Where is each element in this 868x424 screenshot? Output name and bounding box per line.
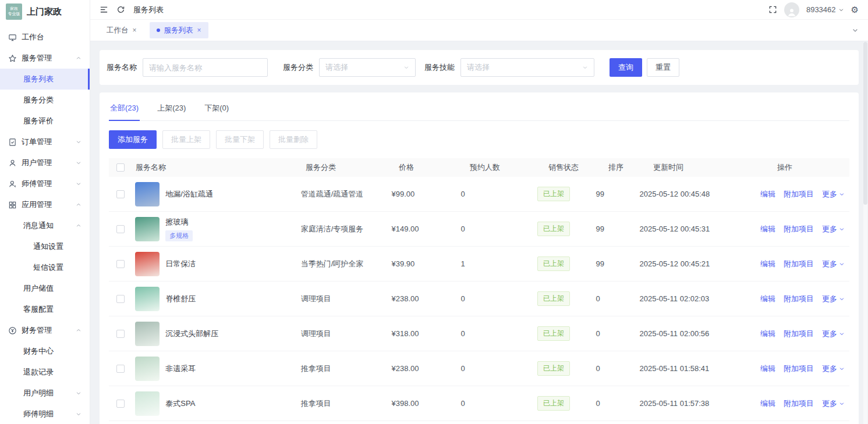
sidebar-item-order-mgmt[interactable]: 订单管理 <box>0 131 90 152</box>
batch-on-shelf-button[interactable]: 批量上架 <box>162 130 210 149</box>
more-link[interactable]: 更多 <box>822 189 845 199</box>
edit-link[interactable]: 编辑 <box>760 189 775 199</box>
scrollbar[interactable] <box>863 42 867 424</box>
sidebar-item-finance-center[interactable]: 财务中心 <box>0 341 90 362</box>
breadcrumb: 服务列表 <box>133 5 164 15</box>
sidebar-item-service-review[interactable]: 服务评价 <box>0 111 90 131</box>
service-skill-select[interactable]: 请选择 <box>460 58 594 77</box>
more-link[interactable]: 更多 <box>822 398 845 409</box>
addon-items-link[interactable]: 附加项目 <box>784 398 814 409</box>
sidebar-item-refund-records[interactable]: 退款记录 <box>0 362 90 383</box>
tab-service-list[interactable]: 服务列表 × <box>150 22 208 38</box>
refresh-icon[interactable] <box>116 5 125 14</box>
more-link[interactable]: 更多 <box>822 259 845 269</box>
scrollbar-thumb[interactable] <box>863 42 867 205</box>
chevron-down-icon <box>839 296 845 302</box>
update-time: 2025-05-12 00:45:21 <box>640 259 760 268</box>
user-menu[interactable]: 8933462 <box>806 5 844 14</box>
document-icon <box>8 138 17 147</box>
reset-button[interactable]: 重置 <box>647 58 679 77</box>
service-name: 非遗采耳 <box>165 364 196 374</box>
sidebar-item-workbench[interactable]: 工作台 <box>0 27 90 48</box>
tab-on-shelf[interactable]: 上架(23) <box>156 99 187 120</box>
batch-off-shelf-button[interactable]: 批量下架 <box>216 130 264 149</box>
edit-link[interactable]: 编辑 <box>760 398 775 409</box>
tab-workbench[interactable]: 工作台 × <box>100 22 144 38</box>
fullscreen-icon[interactable] <box>768 5 777 14</box>
row-checkbox[interactable] <box>116 260 125 268</box>
sidebar-item-master-mgmt[interactable]: 师傅管理 <box>0 173 90 194</box>
sidebar-item-label: 师傅管理 <box>22 179 52 189</box>
more-link[interactable]: 更多 <box>822 364 845 374</box>
add-service-button[interactable]: 添加服务 <box>109 130 157 149</box>
service-thumbnail <box>135 252 160 276</box>
service-thumbnail <box>135 287 160 311</box>
sort-value: 0 <box>596 399 639 408</box>
sidebar-item-finance-mgmt[interactable]: 财务管理 <box>0 320 90 341</box>
table-row: 地漏/浴缸疏通 管道疏通/疏通管道 ¥99.00 0 已上架 99 2025-0… <box>109 177 849 212</box>
service-name: 沉浸式头部解压 <box>165 329 218 339</box>
addon-items-link[interactable]: 附加项目 <box>784 294 814 304</box>
row-checkbox[interactable] <box>116 295 125 303</box>
edit-link[interactable]: 编辑 <box>760 294 775 304</box>
sidebar-item-label: 服务列表 <box>23 74 54 84</box>
more-link[interactable]: 更多 <box>822 294 845 304</box>
more-link[interactable]: 更多 <box>822 329 845 339</box>
sidebar-item-master-details[interactable]: 师傅明细 <box>0 404 90 424</box>
batch-delete-button[interactable]: 批量删除 <box>270 130 317 149</box>
table-card: 全部(23) 上架(23) 下架(0) 添加服务 批量上架 批量下架 批量删除 … <box>100 92 859 424</box>
sidebar-item-sms-settings[interactable]: 短信设置 <box>0 257 90 278</box>
service-price: ¥99.00 <box>392 190 461 198</box>
edit-link[interactable]: 编辑 <box>760 224 775 234</box>
row-checkbox[interactable] <box>116 330 125 338</box>
sidebar-item-app-mgmt[interactable]: 应用管理 <box>0 194 90 215</box>
logo-badge: 家政 专业版 <box>6 3 22 20</box>
addon-items-link[interactable]: 附加项目 <box>784 329 814 339</box>
close-icon[interactable]: × <box>133 26 137 34</box>
sidebar-item-user-details[interactable]: 用户明细 <box>0 383 90 404</box>
edit-link[interactable]: 编辑 <box>760 259 775 269</box>
gear-icon[interactable]: ⚙ <box>851 5 859 15</box>
chevron-down-icon <box>76 390 82 396</box>
sidebar-item-service-category[interactable]: 服务分类 <box>0 90 90 111</box>
select-all-checkbox[interactable] <box>116 163 125 172</box>
sidebar-item-service-list[interactable]: 服务列表 <box>0 69 90 90</box>
addon-items-link[interactable]: 附加项目 <box>784 189 814 199</box>
sidebar-item-notify-settings[interactable]: 通知设置 <box>0 236 90 257</box>
filter-service-skill: 服务技能 请选择 <box>424 58 594 77</box>
sidebar-item-customer-service-config[interactable]: 客服配置 <box>0 299 90 320</box>
row-checkbox[interactable] <box>116 190 125 198</box>
service-category: 调理项目 <box>301 329 392 339</box>
edit-link[interactable]: 编辑 <box>760 364 775 374</box>
avatar[interactable] <box>784 2 799 17</box>
addon-items-link[interactable]: 附加项目 <box>784 259 814 269</box>
worker-icon <box>8 180 17 188</box>
service-category-select[interactable]: 请选择 <box>319 58 416 77</box>
header-booking-count: 预约人数 <box>470 162 548 173</box>
tab-off-shelf[interactable]: 下架(0) <box>203 99 230 120</box>
row-checkbox[interactable] <box>116 225 125 233</box>
row-checkbox[interactable] <box>116 365 125 373</box>
update-time: 2025-05-12 00:45:48 <box>640 190 760 198</box>
addon-items-link[interactable]: 附加项目 <box>784 364 814 374</box>
sidebar-item-label: 退款记录 <box>23 367 54 377</box>
more-link[interactable]: 更多 <box>822 224 845 234</box>
update-time: 2025-05-11 02:02:03 <box>640 294 760 303</box>
sidebar-item-service-mgmt[interactable]: 服务管理 <box>0 48 90 69</box>
close-icon[interactable]: × <box>197 26 201 34</box>
row-checkbox[interactable] <box>116 400 125 408</box>
header-service-category: 服务分类 <box>306 162 399 173</box>
addon-items-link[interactable]: 附加项目 <box>784 224 814 234</box>
search-button[interactable]: 查询 <box>610 58 642 77</box>
tab-all[interactable]: 全部(23) <box>109 99 140 120</box>
table-row: 沉浸式头部解压 调理项目 ¥318.00 0 已上架 0 2025-05-11 … <box>109 316 849 351</box>
sidebar-item-user-stored-value[interactable]: 用户储值 <box>0 278 90 299</box>
sidebar-item-user-mgmt[interactable]: 用户管理 <box>0 152 90 173</box>
update-time: 2025-05-11 01:58:41 <box>640 364 760 373</box>
sidebar-item-message-notify[interactable]: 消息通知 <box>0 215 90 236</box>
chevron-down-icon[interactable] <box>852 27 859 34</box>
edit-link[interactable]: 编辑 <box>760 329 775 339</box>
status-badge: 已上架 <box>537 291 570 306</box>
service-name-input[interactable] <box>143 58 268 77</box>
menu-fold-icon[interactable] <box>100 5 108 14</box>
